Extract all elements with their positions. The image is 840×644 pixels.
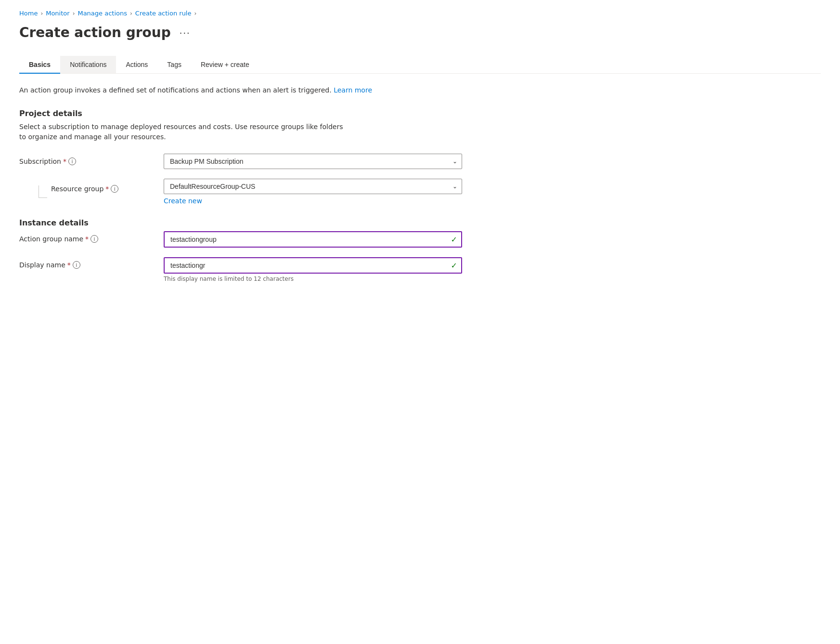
display-name-info-icon[interactable]: i bbox=[73, 261, 80, 269]
instance-details-heading: Instance details bbox=[19, 218, 821, 227]
action-group-name-input-wrapper: ✓ bbox=[164, 231, 462, 248]
page-title: Create action group bbox=[19, 25, 171, 40]
resource-group-info-icon[interactable]: i bbox=[111, 185, 118, 193]
project-details-desc: Select a subscription to manage deployed… bbox=[19, 122, 347, 142]
display-name-input-wrapper: ✓ bbox=[164, 257, 462, 274]
resource-group-label-col: Resource group * i bbox=[19, 179, 154, 195]
instance-details-section: Instance details Action group name * i ✓… bbox=[19, 218, 821, 282]
create-new-link[interactable]: Create new bbox=[164, 197, 202, 205]
display-name-label: Display name bbox=[19, 261, 65, 269]
breadcrumb-sep-1: › bbox=[40, 10, 43, 17]
subscription-required: * bbox=[63, 158, 66, 165]
project-details-heading: Project details bbox=[19, 109, 821, 118]
page-title-row: Create action group ··· bbox=[19, 25, 821, 40]
tab-review-create[interactable]: Review + create bbox=[191, 56, 259, 73]
display-name-label-col: Display name * i bbox=[19, 257, 154, 269]
resource-group-select[interactable]: DefaultResourceGroup-CUS bbox=[164, 179, 462, 194]
project-details-section: Project details Select a subscription to… bbox=[19, 109, 821, 205]
tab-notifications[interactable]: Notifications bbox=[60, 56, 116, 73]
tab-tags[interactable]: Tags bbox=[157, 56, 191, 73]
more-options-button[interactable]: ··· bbox=[177, 26, 194, 39]
resource-group-select-wrapper: DefaultResourceGroup-CUS ⌄ bbox=[164, 179, 462, 194]
resource-group-control: DefaultResourceGroup-CUS ⌄ Create new bbox=[164, 179, 462, 205]
display-name-required: * bbox=[67, 261, 71, 269]
breadcrumb: Home › Monitor › Manage actions › Create… bbox=[19, 10, 821, 17]
resource-group-label: Resource group bbox=[51, 185, 103, 193]
page-description: An action group invokes a defined set of… bbox=[19, 85, 821, 95]
subscription-info-icon[interactable]: i bbox=[68, 158, 76, 165]
tab-actions[interactable]: Actions bbox=[116, 56, 157, 73]
tab-basics[interactable]: Basics bbox=[19, 56, 60, 73]
tree-connector-icon bbox=[39, 185, 47, 198]
breadcrumb-manage-actions[interactable]: Manage actions bbox=[78, 10, 127, 17]
subscription-select[interactable]: Backup PM Subscription bbox=[164, 154, 462, 169]
action-group-name-label-col: Action group name * i bbox=[19, 231, 154, 243]
breadcrumb-monitor[interactable]: Monitor bbox=[46, 10, 69, 17]
display-name-helper-text: This display name is limited to 12 chara… bbox=[164, 276, 462, 282]
action-group-name-row: Action group name * i ✓ bbox=[19, 231, 821, 248]
action-group-name-required: * bbox=[85, 235, 89, 243]
display-name-control: ✓ This display name is limited to 12 cha… bbox=[164, 257, 462, 282]
subscription-label: Subscription bbox=[19, 158, 61, 165]
breadcrumb-sep-4: › bbox=[194, 10, 196, 17]
resource-group-required: * bbox=[105, 185, 109, 193]
action-group-name-info-icon[interactable]: i bbox=[90, 235, 98, 243]
resource-group-row: Resource group * i DefaultResourceGroup-… bbox=[19, 179, 821, 205]
display-name-row: Display name * i ✓ This display name is … bbox=[19, 257, 821, 282]
breadcrumb-home[interactable]: Home bbox=[19, 10, 38, 17]
action-group-name-input[interactable] bbox=[164, 231, 462, 248]
action-group-name-label: Action group name bbox=[19, 235, 83, 243]
tabs-container: Basics Notifications Actions Tags Review… bbox=[19, 56, 821, 74]
subscription-select-wrapper: Backup PM Subscription ⌄ bbox=[164, 154, 462, 169]
breadcrumb-sep-2: › bbox=[73, 10, 75, 17]
breadcrumb-create-action-rule[interactable]: Create action rule bbox=[135, 10, 192, 17]
learn-more-link[interactable]: Learn more bbox=[334, 86, 372, 94]
subscription-control: Backup PM Subscription ⌄ bbox=[164, 154, 462, 169]
breadcrumb-sep-3: › bbox=[130, 10, 132, 17]
action-group-name-control: ✓ bbox=[164, 231, 462, 248]
display-name-input[interactable] bbox=[164, 257, 462, 274]
subscription-label-col: Subscription * i bbox=[19, 154, 154, 165]
subscription-row: Subscription * i Backup PM Subscription … bbox=[19, 154, 821, 169]
